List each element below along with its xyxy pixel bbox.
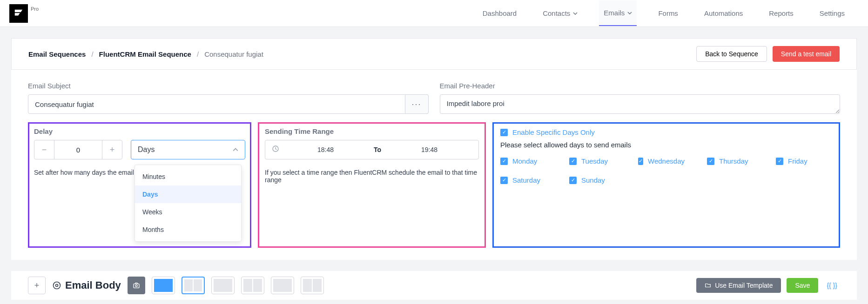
nav-settings[interactable]: Settings — [815, 1, 849, 26]
day-tuesday[interactable]: ✓Tuesday — [569, 157, 616, 165]
template-thumb-1[interactable] — [152, 277, 175, 294]
sub-actions: Back to Sequence Send a test email — [696, 46, 840, 62]
main-nav: Dashboard Contacts Emails Forms Automati… — [478, 0, 859, 26]
enable-days-checkbox[interactable]: ✓ Enable Specific Days Only — [500, 128, 832, 136]
back-to-sequence-button[interactable]: Back to Sequence — [696, 46, 767, 62]
preheader-group: Email Pre-Header — [440, 82, 841, 116]
content-panel: Email Subject ··· Email Pre-Header Delay… — [11, 70, 857, 260]
nav-automations[interactable]: Automations — [700, 1, 747, 26]
check-icon: ✓ — [776, 158, 783, 165]
time-range-help: If you select a time range then FluentCR… — [265, 169, 479, 184]
template-thumb-6[interactable] — [301, 277, 324, 294]
check-icon: ✓ — [500, 129, 508, 136]
nav-contacts[interactable]: Contacts — [538, 1, 582, 26]
time-range-panel: Sending Time Range 18:48 To 19:48 If you… — [258, 122, 486, 248]
svg-point-2 — [56, 284, 58, 287]
delay-increment-button[interactable]: + — [102, 140, 122, 159]
delay-decrement-button[interactable]: − — [34, 140, 54, 159]
add-button[interactable]: + — [28, 277, 46, 294]
sub-header: Email Sequences / FluentCRM Email Sequen… — [11, 38, 857, 70]
time-sep: To — [368, 146, 387, 153]
day-sunday[interactable]: ✓Sunday — [569, 176, 616, 184]
subject-label: Email Subject — [28, 82, 429, 90]
save-button[interactable]: Save — [787, 278, 818, 293]
clock-icon — [272, 145, 279, 154]
day-friday[interactable]: ✓Friday — [776, 157, 822, 165]
send-test-email-button[interactable]: Send a test email — [773, 46, 840, 62]
breadcrumb-root[interactable]: Email Sequences — [28, 50, 86, 58]
check-icon: ✓ — [569, 177, 577, 184]
template-thumb-4[interactable] — [241, 277, 264, 294]
template-thumb-3[interactable] — [211, 277, 235, 294]
bottom-actions: Use Email Template Save {{ }} — [696, 278, 840, 293]
delay-panel: Delay − 0 + Days Set after how many days… — [28, 122, 251, 248]
delay-value[interactable]: 0 — [54, 140, 102, 159]
subject-input[interactable] — [28, 94, 405, 114]
dropdown-option-minutes[interactable]: Minutes — [135, 168, 241, 185]
camera-button[interactable] — [128, 277, 145, 294]
logo-icon[interactable] — [9, 4, 28, 23]
time-start[interactable]: 18:48 — [283, 146, 368, 153]
dropdown-option-weeks[interactable]: Weeks — [135, 203, 241, 221]
check-icon: ✓ — [707, 158, 714, 165]
svg-point-4 — [135, 285, 137, 287]
folder-icon — [705, 282, 711, 289]
chevron-down-icon — [573, 12, 578, 15]
dropdown-option-months[interactable]: Months — [135, 221, 241, 238]
template-thumb-2[interactable] — [182, 277, 205, 294]
chevron-down-icon — [627, 12, 632, 14]
day-saturday[interactable]: ✓Saturday — [500, 176, 547, 184]
nav-reports[interactable]: Reports — [764, 1, 798, 26]
delay-unit-dropdown: Minutes Days Weeks Months — [135, 165, 242, 242]
nav-emails[interactable]: Emails — [599, 0, 637, 26]
time-end[interactable]: 19:48 — [387, 146, 472, 153]
enable-days-label: Enable Specific Days Only — [512, 128, 595, 136]
svg-rect-3 — [134, 284, 139, 288]
days-panel: ✓ Enable Specific Days Only Please selec… — [492, 122, 840, 248]
chevron-up-icon — [233, 148, 238, 152]
check-icon: ✓ — [638, 158, 643, 165]
nav-forms[interactable]: Forms — [653, 1, 683, 26]
pro-badge: Pro — [31, 6, 39, 12]
breadcrumb-current: Consequatur fugiat — [204, 50, 263, 58]
breadcrumb-sep: / — [197, 50, 199, 58]
settings-row: Delay − 0 + Days Set after how many days… — [28, 122, 840, 248]
eye-icon — [52, 281, 61, 290]
breadcrumb: Email Sequences / FluentCRM Email Sequen… — [28, 50, 263, 58]
check-icon: ✓ — [500, 177, 508, 184]
bottom-bar: + Email Body Use Email Template Save {{ … — [11, 271, 857, 300]
preheader-input[interactable] — [440, 94, 841, 114]
day-thursday[interactable]: ✓Thursday — [707, 157, 754, 165]
shortcode-button[interactable]: {{ }} — [824, 279, 840, 292]
use-template-button[interactable]: Use Email Template — [696, 278, 781, 293]
breadcrumb-sep: / — [91, 50, 93, 58]
dropdown-option-days[interactable]: Days — [135, 185, 241, 203]
time-range-title: Sending Time Range — [265, 127, 479, 135]
subject-more-button[interactable]: ··· — [405, 94, 429, 114]
delay-controls: − 0 + Days — [34, 140, 245, 159]
days-grid: ✓Monday ✓Tuesday ✓Wednesday ✓Thursday ✓F… — [500, 157, 832, 184]
breadcrumb-parent[interactable]: FluentCRM Email Sequence — [99, 50, 191, 58]
email-body-title: Email Body — [52, 279, 121, 291]
svg-point-1 — [54, 282, 61, 289]
delay-stepper: − 0 + — [34, 140, 122, 159]
check-icon: ✓ — [569, 158, 577, 165]
top-header: Pro Dashboard Contacts Emails Forms Auto… — [0, 0, 868, 27]
subject-group: Email Subject ··· — [28, 82, 429, 116]
delay-title: Delay — [34, 127, 245, 135]
day-monday[interactable]: ✓Monday — [500, 157, 547, 165]
delay-unit-select[interactable]: Days — [131, 140, 245, 159]
template-thumb-5[interactable] — [271, 277, 294, 294]
time-range-input[interactable]: 18:48 To 19:48 — [265, 140, 479, 159]
preheader-label: Email Pre-Header — [440, 82, 841, 90]
form-row-top: Email Subject ··· Email Pre-Header — [28, 82, 840, 116]
nav-dashboard[interactable]: Dashboard — [478, 1, 521, 26]
check-icon: ✓ — [500, 158, 508, 165]
day-wednesday[interactable]: ✓Wednesday — [638, 157, 685, 165]
delay-unit-value: Days — [138, 145, 155, 154]
logo-area: Pro — [9, 4, 39, 23]
days-description: Please select allowed days to send email… — [500, 141, 832, 149]
